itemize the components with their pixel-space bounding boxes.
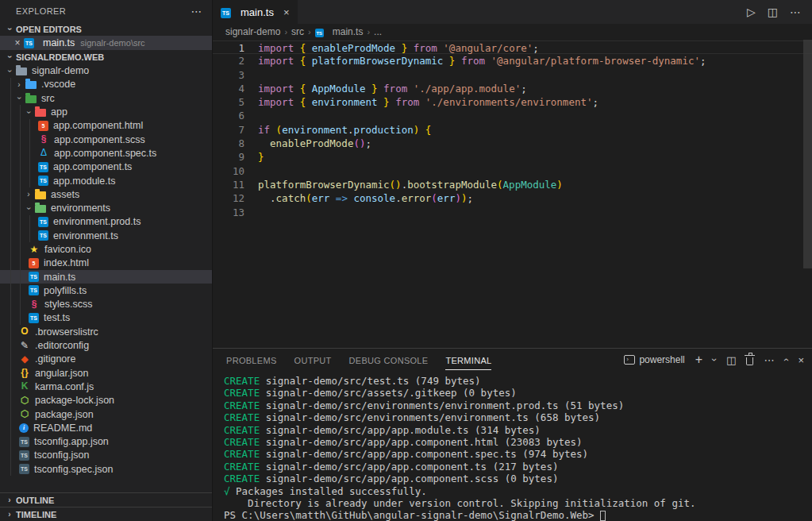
breadcrumb-item[interactable]: src bbox=[291, 26, 304, 37]
tree-item-package-json[interactable]: ⬡package.json bbox=[0, 407, 212, 421]
code-line-5[interactable]: 5import { environment } from './environm… bbox=[213, 95, 812, 109]
chevron-down-icon[interactable]: › bbox=[6, 64, 14, 77]
tree-item-app-component-scss[interactable]: §app.component.scss bbox=[0, 133, 212, 146]
editor-tab-bar: TS main.ts × ▷ ◫ ⋯ bbox=[213, 0, 812, 24]
tree-item-app-module-ts[interactable]: TSapp.module.ts bbox=[0, 174, 212, 187]
tab-problems[interactable]: PROBLEMS bbox=[226, 350, 277, 370]
shell-selector[interactable]: › powershell bbox=[624, 354, 684, 365]
terminal-line: PS C:\Users\matth\GitHub\angular-signalr… bbox=[224, 509, 812, 521]
close-icon[interactable]: × bbox=[11, 37, 24, 48]
editor-scrollbar[interactable] bbox=[803, 40, 812, 268]
indent-guide bbox=[10, 380, 11, 393]
chevron-down-icon[interactable]: › bbox=[709, 358, 720, 361]
tab-label: main.ts bbox=[241, 6, 274, 18]
code-line-10[interactable]: 10 bbox=[213, 164, 812, 178]
tree-item-environment-ts[interactable]: TSenvironment.ts bbox=[0, 229, 212, 242]
ts-icon: TS bbox=[24, 38, 34, 48]
folder-default-icon bbox=[16, 66, 27, 75]
breadcrumb-item[interactable]: ... bbox=[374, 26, 382, 37]
run-icon[interactable]: ▷ bbox=[747, 6, 756, 18]
tree-item-styles-scss[interactable]: §styles.scss bbox=[0, 298, 212, 311]
code-line-3[interactable]: 3 bbox=[213, 68, 812, 82]
tree-item-environment-prod-ts[interactable]: TSenvironment.prod.ts bbox=[0, 215, 212, 229]
indent-guide bbox=[10, 284, 11, 297]
tab-main-ts[interactable]: TS main.ts × bbox=[213, 0, 298, 24]
code-line-4[interactable]: 4import { AppModule } from './app/app.mo… bbox=[213, 82, 812, 95]
code-line-1[interactable]: 1import { enableProdMode } from '@angula… bbox=[213, 41, 812, 54]
tree-item-package-lock-json[interactable]: ⬡package-lock.json bbox=[0, 394, 212, 407]
tree-item-app-component-html[interactable]: 5app.component.html bbox=[0, 119, 212, 133]
tree-item-signalr-demo[interactable]: ›signalr-demo bbox=[0, 64, 212, 78]
chevron-down-icon[interactable]: › bbox=[15, 92, 24, 105]
indent-guide bbox=[10, 435, 11, 449]
chevron-down-icon[interactable]: › bbox=[25, 202, 33, 214]
code-text: enableProdMode(); bbox=[258, 137, 371, 150]
tree-item--editorconfig[interactable]: ✎.editorconfig bbox=[0, 338, 212, 352]
breadcrumb-item[interactable]: signalr-demo bbox=[225, 26, 280, 37]
outline-section-header[interactable]: › OUTLINE bbox=[0, 492, 212, 507]
tab-debug-console[interactable]: DEBUG CONSOLE bbox=[349, 350, 429, 370]
code-line-8[interactable]: 8 enableProdMode(); bbox=[213, 137, 812, 150]
tree-item-app-component-ts[interactable]: TSapp.component.ts bbox=[0, 160, 212, 174]
chevron-right-icon[interactable]: › bbox=[22, 190, 35, 199]
chevron-down-icon[interactable]: › bbox=[25, 106, 33, 118]
tree-item-tsconfig-spec-json[interactable]: TStsconfig.spec.json bbox=[0, 462, 212, 476]
more-actions-icon[interactable]: ⋯ bbox=[764, 354, 774, 366]
more-actions-icon[interactable]: ⋯ bbox=[191, 5, 202, 17]
indent-guide bbox=[10, 146, 11, 160]
code-line-12[interactable]: 12 .catch(err => console.error(err)); bbox=[213, 191, 812, 205]
chevron-right-icon[interactable]: › bbox=[13, 80, 25, 89]
code-line-13[interactable]: 13 bbox=[213, 206, 812, 219]
close-icon[interactable]: × bbox=[283, 6, 290, 18]
tree-item-label: app.component.scss bbox=[54, 134, 145, 145]
tree-item-polyfills-ts[interactable]: TSpolyfills.ts bbox=[0, 284, 212, 297]
tab-output[interactable]: OUTPUT bbox=[294, 350, 332, 370]
code-line-2[interactable]: 2import { platformBrowserDynamic } from … bbox=[213, 54, 812, 68]
tree-item-src[interactable]: ›src bbox=[0, 91, 212, 105]
tree-item-main-ts[interactable]: TSmain.ts bbox=[0, 270, 212, 284]
open-editor-item-main-ts[interactable]: × TS main.ts signalr-demo\src bbox=[0, 36, 212, 50]
breadcrumb-item[interactable]: main.ts bbox=[333, 26, 364, 37]
workspace-section-header[interactable]: › SIGNALRDEMO.WEB bbox=[0, 50, 212, 64]
code-editor[interactable]: 1import { enableProdMode } from '@angula… bbox=[213, 40, 812, 348]
code-line-7[interactable]: 7if (environment.production) { bbox=[213, 123, 812, 137]
kill-terminal-icon[interactable] bbox=[746, 357, 753, 365]
tree-item-index-html[interactable]: 5index.html bbox=[0, 257, 212, 270]
tree-item--vscode[interactable]: ›.vscode bbox=[0, 78, 212, 91]
tree-item-environments[interactable]: ›environments bbox=[0, 201, 212, 214]
tree-item-assets[interactable]: ›assets bbox=[0, 187, 212, 201]
indent-guide bbox=[10, 229, 11, 242]
indent-guide bbox=[10, 394, 11, 407]
split-terminal-icon[interactable]: ◫ bbox=[726, 354, 736, 366]
tree-item-app-component-spec-ts[interactable]: Δapp.component.spec.ts bbox=[0, 146, 212, 160]
folder-app-icon bbox=[35, 107, 46, 117]
code-line-6[interactable]: 6 bbox=[213, 109, 812, 122]
tree-item-tsconfig-json[interactable]: TStsconfig.json bbox=[0, 449, 212, 462]
timeline-section-header[interactable]: › TIMELINE bbox=[0, 507, 212, 521]
tree-item-angular-json[interactable]: {}angular.json bbox=[0, 366, 212, 380]
open-editor-name: main.ts bbox=[43, 37, 75, 48]
close-panel-icon[interactable]: × bbox=[798, 354, 804, 366]
tree-item-karma-conf-js[interactable]: Kkarma.conf.js bbox=[0, 380, 212, 393]
tree-item--browserslistrc[interactable]: O.browserslistrc bbox=[0, 325, 212, 338]
new-terminal-icon[interactable]: + bbox=[695, 353, 702, 367]
tree-item-favicon-ico[interactable]: ★favicon.ico bbox=[0, 242, 212, 256]
terminal-cursor bbox=[600, 511, 606, 521]
code-line-11[interactable]: 11platformBrowserDynamic().bootstrapModu… bbox=[213, 178, 812, 191]
code-line-9[interactable]: 9} bbox=[213, 150, 812, 164]
maximize-panel-icon[interactable]: › bbox=[780, 358, 791, 361]
code-text: import { enableProdMode } from '@angular… bbox=[258, 41, 539, 53]
tree-item-tsconfig-app-json[interactable]: TStsconfig.app.json bbox=[0, 435, 212, 449]
open-editors-section-header[interactable]: › OPEN EDITORS bbox=[0, 22, 212, 36]
more-actions-icon[interactable]: ⋯ bbox=[790, 6, 801, 18]
tree-item-app[interactable]: ›app bbox=[0, 105, 212, 118]
tab-terminal[interactable]: TERMINAL bbox=[445, 350, 491, 370]
indent-guide bbox=[20, 201, 21, 214]
indent-guide bbox=[10, 91, 11, 105]
tree-item--gitignore[interactable]: ◆.gitignore bbox=[0, 353, 212, 366]
tree-item-test-ts[interactable]: TStest.ts bbox=[0, 311, 212, 325]
tree-item-readme-md[interactable]: iREADME.md bbox=[0, 421, 212, 434]
split-editor-icon[interactable]: ◫ bbox=[768, 6, 778, 18]
terminal-output[interactable]: CREATE signalr-demo/src/test.ts (749 byt… bbox=[213, 371, 812, 521]
tree-item-label: environment.ts bbox=[53, 230, 118, 241]
